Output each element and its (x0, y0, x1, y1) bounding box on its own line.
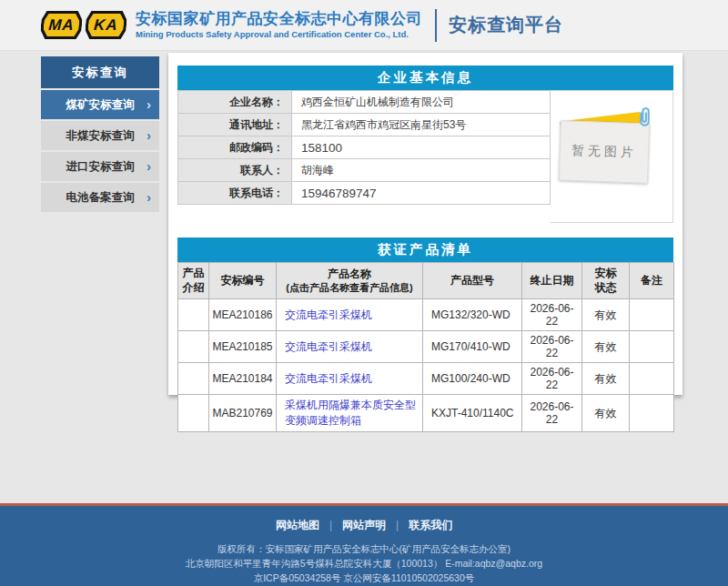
col-model: 产品型号 (423, 263, 522, 299)
sidebar-item-label: 非煤安标查询 (66, 128, 135, 144)
sidebar-item-label: 进口安标查询 (66, 159, 135, 175)
postcode-label: 邮政编码： (178, 136, 292, 159)
chevron-right-icon: › (147, 96, 151, 112)
col-intro: 产品 介绍 (178, 263, 209, 299)
contact-phone-value: 15946789747 (292, 182, 551, 205)
col-product-name: 产品名称 (点击产品名称查看产品信息) (277, 263, 423, 299)
header-divider (435, 9, 437, 42)
col-intro-line2: 介绍 (180, 281, 207, 296)
table-row: MEA210184 交流电牵引采煤机 MG100/240-WD 2026-06-… (178, 363, 674, 395)
table-row: 企业名称： 鸡西金恒矿山机械制造有限公司 (178, 91, 551, 114)
model-cell: MG132/320-WD (423, 299, 522, 331)
col-status-line1: 安标 (584, 267, 627, 281)
product-name-link[interactable]: 交流电牵引采煤机 (285, 372, 372, 385)
company-info-table: 企业名称： 鸡西金恒矿山机械制造有限公司 通讯地址： 黑龙江省鸡西市鸡冠区南星街… (177, 90, 551, 205)
col-intro-line1: 产品 (180, 267, 207, 281)
company-image-box: 暂无图片 (551, 90, 673, 223)
product-intro-cell (178, 395, 209, 432)
model-cell: KXJT-410/1140C (423, 395, 522, 432)
sidebar-item-label: 煤矿安标查询 (66, 97, 135, 113)
table-row: MEA210185 交流电牵引采煤机 MG170/410-WD 2026-06-… (178, 331, 674, 363)
chevron-right-icon: › (147, 189, 151, 205)
chevron-right-icon: › (147, 158, 151, 174)
logo-badge-ma-text: MA (43, 14, 80, 36)
org-name-cn: 安标国家矿用产品安全标志中心有限公司 (136, 10, 422, 28)
products-section-title: 获证产品清单 (177, 237, 673, 262)
col-name-line2: (点击产品名称查看产品信息) (278, 281, 420, 294)
product-name-link[interactable]: 交流电牵引采煤机 (285, 308, 372, 321)
logo-badge-ka-text: KA (87, 14, 125, 36)
company-name-value: 鸡西金恒矿山机械制造有限公司 (292, 91, 551, 114)
contact-person-value: 胡海峰 (292, 159, 551, 182)
footer-separator: | (329, 519, 332, 531)
footer-link-sitemap[interactable]: 网站地图 (276, 519, 319, 531)
status-cell: 有效 (582, 299, 630, 331)
address-line: 北京朝阳区和平里青年沟路5号煤科总院安科大厦（100013） E-mail:aq… (0, 556, 728, 571)
logo-badge-ka-icon: KA (85, 11, 127, 39)
product-intro-cell (178, 363, 209, 395)
end-date-cell: 2026-06-22 (522, 363, 582, 395)
page-header: MA KA 安标国家矿用产品安全标志中心有限公司 Mining Products… (0, 0, 728, 51)
remark-cell (630, 363, 674, 395)
remark-cell (630, 331, 674, 363)
sidebar-item-battery-query[interactable]: 电池备案查询 › (41, 183, 159, 212)
product-name-cell: 交流电牵引采煤机 (277, 363, 423, 395)
maka-logo: MA KA (41, 11, 126, 39)
products-header-row: 产品 介绍 安标编号 产品名称 (点击产品名称查看产品信息) 产品型号 终止日期… (178, 263, 674, 299)
cert-no-cell: MEA210185 (209, 331, 277, 363)
model-cell: MG170/410-WD (423, 331, 522, 363)
company-info-wrap: 企业名称： 鸡西金恒矿山机械制造有限公司 通讯地址： 黑龙江省鸡西市鸡冠区南星街… (177, 90, 673, 223)
table-row: 邮政编码： 158100 (178, 136, 551, 159)
product-name-link[interactable]: 交流电牵引采煤机 (285, 340, 372, 353)
model-cell: MG100/240-WD (423, 363, 522, 395)
product-intro-cell (178, 331, 209, 363)
end-date-cell: 2026-06-22 (522, 395, 582, 432)
col-end-date: 终止日期 (522, 263, 582, 299)
no-image-text: 暂无图片 (571, 143, 638, 162)
cert-no-cell: MEA210184 (209, 363, 277, 395)
sidebar-item-coal-query[interactable]: 煤矿安标查询 › (41, 90, 159, 119)
status-cell: 有效 (582, 363, 630, 395)
col-name-line1: 产品名称 (278, 268, 420, 282)
remark-cell (630, 395, 674, 432)
logo-badge-ma-icon: MA (40, 11, 83, 39)
paperclip-icon (637, 106, 652, 128)
cert-no-cell: MEA210186 (209, 299, 277, 331)
org-titles: 安标国家矿用产品安全标志中心有限公司 Mining Products Safet… (136, 10, 422, 39)
table-row: MAB210769 采煤机用隔爆兼本质安全型变频调速控制箱 KXJT-410/1… (178, 395, 674, 432)
sidebar: 安标查询 煤矿安标查询 › 非煤安标查询 › 进口安标查询 › 电池备案查询 › (41, 56, 159, 214)
end-date-cell: 2026-06-22 (522, 299, 582, 331)
table-row: 联系电话： 15946789747 (178, 182, 551, 205)
product-name-link[interactable]: 采煤机用隔爆兼本质安全型变频调速控制箱 (285, 399, 416, 427)
status-cell: 有效 (582, 331, 630, 363)
footer-separator: | (396, 519, 399, 531)
cert-no-cell: MAB210769 (209, 395, 277, 432)
sidebar-item-import-query[interactable]: 进口安标查询 › (41, 152, 159, 181)
placeholder-card-front: 暂无图片 (559, 120, 650, 183)
status-cell: 有效 (582, 395, 630, 432)
contact-phone-label: 联系电话： (178, 182, 292, 205)
org-name-en: Mining Products Safety Approval and Cert… (136, 30, 422, 40)
footer-link-contact[interactable]: 联系我们 (409, 519, 452, 531)
chevron-right-icon: › (147, 127, 151, 143)
copyright-line: 版权所有：安标国家矿用产品安全标志中心(矿用产品安全标志办公室) (0, 541, 728, 556)
product-intro-cell (178, 299, 209, 331)
product-name-cell: 采煤机用隔爆兼本质安全型变频调速控制箱 (277, 395, 423, 432)
product-name-cell: 交流电牵引采煤机 (277, 331, 423, 363)
contact-person-label: 联系人： (178, 159, 292, 182)
table-row: MEA210186 交流电牵引采煤机 MG132/320-WD 2026-06-… (178, 299, 674, 331)
footer-links: 网站地图|网站声明|联系我们 (0, 506, 728, 533)
main-area: 安标查询 煤矿安标查询 › 非煤安标查询 › 进口安标查询 › 电池备案查询 ›… (0, 51, 728, 503)
section-gap (177, 223, 673, 237)
company-info-section-title: 企业基本信息 (177, 66, 673, 90)
address-label: 通讯地址： (178, 114, 292, 136)
footer-link-statement[interactable]: 网站声明 (342, 519, 386, 531)
footer-copyright-block: 版权所有：安标国家矿用产品安全标志中心(矿用产品安全标志办公室) 北京朝阳区和平… (0, 541, 728, 585)
sidebar-title: 安标查询 (41, 56, 159, 88)
icp-line: 京ICP备05034258号 京公网安备11010502025630号 (0, 571, 728, 585)
content-panel: 企业基本信息 企业名称： 鸡西金恒矿山机械制造有限公司 通讯地址： 黑龙江省鸡西… (168, 53, 682, 395)
col-cert-no: 安标编号 (209, 263, 277, 299)
product-name-cell: 交流电牵引采煤机 (277, 299, 423, 331)
sidebar-item-noncoal-query[interactable]: 非煤安标查询 › (41, 121, 159, 150)
page-footer: 网站地图|网站声明|联系我们 版权所有：安标国家矿用产品安全标志中心(矿用产品安… (0, 506, 728, 586)
